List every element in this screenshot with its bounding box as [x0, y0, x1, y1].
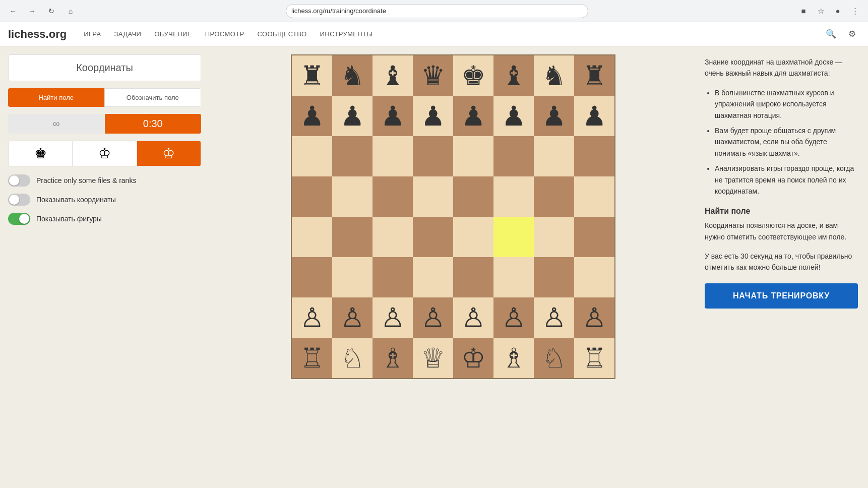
chess-cell[interactable]: ♙ — [534, 297, 574, 338]
chess-cell[interactable] — [373, 176, 413, 217]
chess-cell[interactable]: ♝ — [373, 55, 413, 96]
chess-cell[interactable]: ♝ — [493, 55, 534, 96]
chess-cell[interactable]: ♘ — [332, 338, 373, 378]
nav-item-learn[interactable]: ОБУЧЕНИЕ — [149, 27, 197, 41]
chess-cell[interactable]: ♗ — [493, 338, 534, 378]
mode-name-button[interactable]: Обозначить поле — [104, 88, 202, 107]
start-training-button[interactable]: НАЧАТЬ ТРЕНИРОВКУ — [705, 283, 858, 309]
chess-cell[interactable]: ♛ — [413, 55, 453, 96]
more-button[interactable]: ⋮ — [848, 4, 862, 18]
chess-cell[interactable] — [574, 176, 614, 217]
chess-cell[interactable] — [574, 136, 614, 176]
nav-item-watch[interactable]: ПРОСМОТР — [200, 27, 250, 41]
chess-cell[interactable]: ♕ — [413, 338, 453, 378]
chess-cell[interactable]: ♙ — [292, 297, 332, 338]
profile-button[interactable]: ● — [831, 4, 845, 18]
chess-cell[interactable] — [292, 176, 332, 217]
chess-cell[interactable] — [413, 257, 453, 297]
toggle-coords-track[interactable] — [8, 194, 30, 206]
piece-btn-black-king[interactable]: ♚ — [9, 141, 73, 166]
chess-cell[interactable]: ♟ — [373, 96, 413, 136]
chess-cell[interactable] — [413, 136, 453, 176]
chess-cell[interactable]: ♟ — [413, 96, 453, 136]
chess-cell[interactable] — [292, 136, 332, 176]
site-logo[interactable]: lichess.org — [8, 28, 67, 41]
forward-button[interactable]: → — [25, 4, 39, 18]
chess-cell[interactable]: ♚ — [453, 55, 493, 96]
chess-cell[interactable] — [574, 217, 614, 257]
toggle-pieces[interactable] — [8, 213, 30, 225]
chess-cell[interactable] — [332, 217, 373, 257]
mode-find-button[interactable]: Найти поле — [8, 88, 104, 107]
chess-piece: ♛ — [421, 60, 445, 92]
nav-item-puzzles[interactable]: ЗАДАЧИ — [109, 27, 147, 41]
nav-item-play[interactable]: ИГРА — [79, 27, 106, 41]
chess-cell[interactable] — [453, 217, 493, 257]
chess-cell[interactable]: ♜ — [292, 55, 332, 96]
chess-cell[interactable]: ♔ — [453, 338, 493, 378]
extension-button[interactable]: ■ — [796, 4, 811, 18]
chess-cell[interactable] — [534, 257, 574, 297]
chess-cell[interactable] — [373, 257, 413, 297]
chess-cell[interactable] — [534, 176, 574, 217]
chess-cell[interactable]: ♙ — [373, 297, 413, 338]
chess-cell[interactable]: ♟ — [453, 96, 493, 136]
chess-cell[interactable]: ♟ — [574, 96, 614, 136]
chess-cell[interactable] — [332, 136, 373, 176]
toggle-pieces-track[interactable] — [8, 213, 30, 225]
piece-btn-white-king[interactable]: ♔ — [73, 141, 137, 166]
chess-cell[interactable] — [493, 257, 534, 297]
chess-cell[interactable] — [493, 136, 534, 176]
chess-cell[interactable] — [493, 217, 534, 257]
chess-cell[interactable]: ♙ — [413, 297, 453, 338]
chess-cell[interactable]: ♞ — [332, 55, 373, 96]
chess-cell[interactable] — [453, 176, 493, 217]
nav-item-tools[interactable]: ИНСТРУМЕНТЫ — [315, 27, 378, 41]
toggle-files[interactable] — [8, 174, 30, 187]
settings-button[interactable]: ⚙ — [844, 26, 860, 42]
chess-cell[interactable] — [413, 217, 453, 257]
chess-cell[interactable]: ♖ — [574, 338, 614, 378]
chess-cell[interactable] — [493, 176, 534, 217]
chess-cell[interactable]: ♙ — [493, 297, 534, 338]
bookmark-button[interactable]: ☆ — [814, 4, 828, 18]
chess-cell[interactable]: ♟ — [332, 96, 373, 136]
chess-cell[interactable] — [292, 217, 332, 257]
chess-piece: ♔ — [461, 342, 485, 374]
search-button[interactable]: 🔍 — [823, 26, 839, 42]
chess-cell[interactable] — [332, 176, 373, 217]
chess-cell[interactable] — [373, 217, 413, 257]
chess-cell[interactable]: ♖ — [292, 338, 332, 378]
back-button[interactable]: ← — [6, 4, 20, 18]
time-value[interactable]: 0:30 — [105, 114, 202, 134]
chess-cell[interactable]: ♙ — [574, 297, 614, 338]
chess-board[interactable]: ♜♞♝♛♚♝♞♜♟♟♟♟♟♟♟♟♙♙♙♙♙♙♙♙♖♘♗♕♔♗♘♖ — [291, 54, 615, 379]
chess-cell[interactable] — [453, 136, 493, 176]
chess-cell[interactable]: ♜ — [574, 55, 614, 96]
home-button[interactable]: ⌂ — [64, 4, 78, 18]
chess-cell[interactable] — [453, 257, 493, 297]
chess-cell[interactable] — [534, 217, 574, 257]
chess-piece: ♘ — [340, 342, 364, 374]
refresh-button[interactable]: ↻ — [44, 4, 58, 18]
chess-cell[interactable]: ♙ — [332, 297, 373, 338]
chess-cell[interactable]: ♙ — [453, 297, 493, 338]
piece-btn-orange-king[interactable]: ♔ — [137, 141, 201, 166]
chess-cell[interactable]: ♗ — [373, 338, 413, 378]
chess-cell[interactable] — [292, 257, 332, 297]
chess-cell[interactable] — [534, 136, 574, 176]
nav-item-community[interactable]: СООБЩЕСТВО — [253, 27, 312, 41]
toggle-coords[interactable] — [8, 194, 30, 206]
chess-cell[interactable]: ♟ — [493, 96, 534, 136]
chess-cell[interactable]: ♘ — [534, 338, 574, 378]
chess-cell[interactable]: ♞ — [534, 55, 574, 96]
chess-cell[interactable]: ♟ — [534, 96, 574, 136]
chess-cell[interactable] — [373, 136, 413, 176]
chess-cell[interactable]: ♟ — [292, 96, 332, 136]
chess-cell[interactable] — [574, 257, 614, 297]
chess-cell[interactable] — [332, 257, 373, 297]
time-infinity[interactable]: ∞ — [8, 114, 105, 134]
address-bar[interactable]: lichess.org/ru/training/coordinate — [286, 4, 588, 18]
toggle-files-track[interactable] — [8, 174, 30, 187]
chess-cell[interactable] — [413, 176, 453, 217]
